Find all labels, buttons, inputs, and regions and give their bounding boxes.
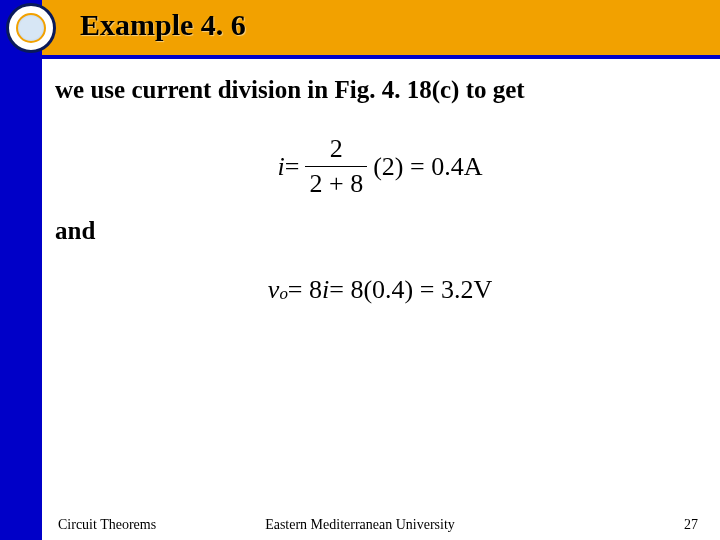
eq1-equals: = [285,152,300,182]
eq1-lhs-var: i [278,152,285,182]
lead-text: we use current division in Fig. 4. 18(c)… [55,76,705,104]
university-logo-icon [6,3,56,53]
eq2-rhs1: = 8 [288,275,322,305]
eq1-unit: A [464,152,483,182]
eq1-fraction: 2 2 + 8 [305,134,367,199]
and-text: and [55,217,705,245]
equation-2: vo = 8i = 8(0.4) = 3.2 V [55,275,705,305]
title-underline [42,55,720,59]
eq2-rest: = 8(0.4) = 3.2 [329,275,473,305]
slide-title: Example 4. 6 [80,8,246,42]
eq2-lhs-var: v [268,275,280,305]
eq1-denominator: 2 + 8 [305,166,367,199]
eq1-rest: (2) = 0.4 [373,152,463,182]
slide: Example 4. 6 we use current division in … [0,0,720,540]
slide-body: we use current division in Fig. 4. 18(c)… [55,70,705,323]
footer-page-number: 27 [684,517,698,533]
logo-inner-icon [16,13,46,43]
footer: Circuit Theorems Eastern Mediterranean U… [0,510,720,540]
equation-1: i = 2 2 + 8 (2) = 0.4 A [55,134,705,199]
eq2-unit: V [473,275,492,305]
side-accent-bar [0,0,42,540]
footer-center: Eastern Mediterranean University [0,517,720,533]
eq2-lhs-sub: o [279,284,287,304]
eq2-rhs-var: i [322,275,329,305]
eq1-numerator: 2 [326,134,347,166]
